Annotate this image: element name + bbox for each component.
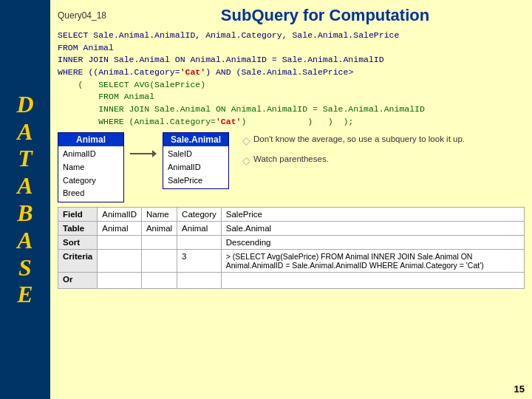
qbe-or-saleprice xyxy=(221,272,524,288)
page-title: SubQuery for Computation xyxy=(126,6,525,25)
qbe-sort-saleprice: Descending xyxy=(221,235,524,249)
sql-line1: SELECT Sale.Animal.AnimalID, Animal.Cate… xyxy=(58,30,525,42)
entity-animal-header: Animal xyxy=(58,133,123,146)
svg-marker-1 xyxy=(152,150,157,157)
join-arrow xyxy=(130,132,157,162)
qbe-table-animalid: Animal xyxy=(98,221,142,235)
qbe-label-table: Table xyxy=(58,221,98,235)
notes-area: ◇ Don't know the average, so use a subqu… xyxy=(242,132,525,171)
sql-subq3: INNER JOIN Sale.Animal ON Animal.AnimalI… xyxy=(58,103,525,116)
page-number: 15 xyxy=(514,383,525,395)
sql-line2: FROM Animal xyxy=(58,42,525,55)
qbe-sort-name xyxy=(141,235,177,249)
qbe-field-animalid: AnimalID xyxy=(98,207,142,221)
sidebar-letter-e: E xyxy=(17,281,33,308)
sidebar: D A T A B A S E xyxy=(0,0,50,399)
qbe-row-field: Field AnimalID Name Category SalePrice xyxy=(58,207,525,221)
qbe-table-saleprice: Sale.Animal xyxy=(221,221,524,235)
qbe-criteria-saleprice: > (SELECT Avg(SalePrice) FROM Animal INN… xyxy=(221,249,524,272)
sidebar-letter-b: B xyxy=(17,200,33,227)
qbe-criteria-category: 3 xyxy=(177,249,222,272)
sidebar-letter-t: T xyxy=(18,145,33,172)
qbe-label-criteria: Criteria xyxy=(58,249,98,272)
diamond-icon-2: ◇ xyxy=(242,152,250,168)
sql-line3: INNER JOIN Sale.Animal ON Animal.AnimalI… xyxy=(58,54,525,66)
entity-saleanimal-header: Sale.Animal xyxy=(163,133,228,146)
sql-subq2: FROM Animal xyxy=(58,91,525,103)
arrow-icon xyxy=(130,146,157,162)
entity-animal-field-1: AnimalID xyxy=(63,148,119,161)
qbe-table-category: Animal xyxy=(177,221,222,235)
qbe-field-saleprice: SalePrice xyxy=(221,207,524,221)
entity-animal-field-3: Category xyxy=(63,174,119,188)
sidebar-letter-d: D xyxy=(16,91,33,118)
entity-animal: Animal AnimalID Name Category Breed xyxy=(58,132,124,202)
qbe-row-or: Or xyxy=(58,272,525,288)
sidebar-letter-a2: A xyxy=(17,172,33,200)
qbe-or-category xyxy=(177,272,222,288)
tables-area: Animal AnimalID Name Category Breed Sale… xyxy=(58,132,525,202)
sidebar-letter-a3: A xyxy=(17,227,33,254)
entity-saleanimal-field-1: SaleID xyxy=(168,148,224,161)
qbe-field-category: Category xyxy=(177,207,222,221)
qbe-criteria-animalid xyxy=(98,249,142,272)
qbe-label-sort: Sort xyxy=(58,235,98,249)
qbe-field-name: Name xyxy=(141,207,177,221)
qbe-label-or: Or xyxy=(58,272,98,288)
qbe-table-name: Animal xyxy=(141,221,177,235)
header: Query04_18 SubQuery for Computation xyxy=(58,6,525,25)
note-1-text: Don't know the average, so use a subquer… xyxy=(253,132,465,146)
main-content: Query04_18 SubQuery for Computation SELE… xyxy=(50,0,532,399)
qbe-sort-category xyxy=(177,235,222,249)
entity-saleanimal-field-3: SalePrice xyxy=(168,174,224,188)
qbe-label-field: Field xyxy=(58,207,98,221)
note-1: ◇ Don't know the average, so use a subqu… xyxy=(242,132,525,149)
sidebar-letter-s: S xyxy=(18,254,32,282)
entity-saleanimal: Sale.Animal SaleID AnimalID SalePrice xyxy=(163,132,229,189)
entity-animal-body: AnimalID Name Category Breed xyxy=(58,146,123,201)
qbe-sort-animalid xyxy=(98,235,142,249)
entity-animal-field-4: Breed xyxy=(63,187,119,200)
diamond-icon-1: ◇ xyxy=(242,132,250,149)
qbe-row-table: Table Animal Animal Animal Sale.Animal xyxy=(58,221,525,235)
entity-saleanimal-body: SaleID AnimalID SalePrice xyxy=(163,146,228,188)
sql-line4: WHERE ((Animal.Category='Cat') AND (Sale… xyxy=(58,66,525,79)
qbe-or-animalid xyxy=(98,272,142,288)
sql-block: SELECT Sale.Animal.AnimalID, Animal.Cate… xyxy=(58,30,525,128)
sidebar-letter-a1: A xyxy=(17,118,33,146)
qbe-criteria-name xyxy=(141,249,177,272)
qbe-row-sort: Sort Descending xyxy=(58,235,525,249)
qbe-grid: Field AnimalID Name Category SalePrice T… xyxy=(58,207,525,289)
sql-subq4: WHERE (Animal.Category='Cat') ) ) ); xyxy=(58,116,525,129)
note-2: ◇ Watch parentheses. xyxy=(242,152,525,168)
sql-subq1: ( SELECT AVG(SalePrice) xyxy=(58,79,525,92)
note-2-text: Watch parentheses. xyxy=(253,152,329,166)
qbe-or-name xyxy=(141,272,177,288)
entity-saleanimal-field-2: AnimalID xyxy=(168,161,224,174)
entity-animal-field-2: Name xyxy=(63,161,119,174)
qbe-row-criteria: Criteria 3 > (SELECT Avg(SalePrice) FROM… xyxy=(58,249,525,272)
query-label: Query04_18 xyxy=(58,10,117,21)
